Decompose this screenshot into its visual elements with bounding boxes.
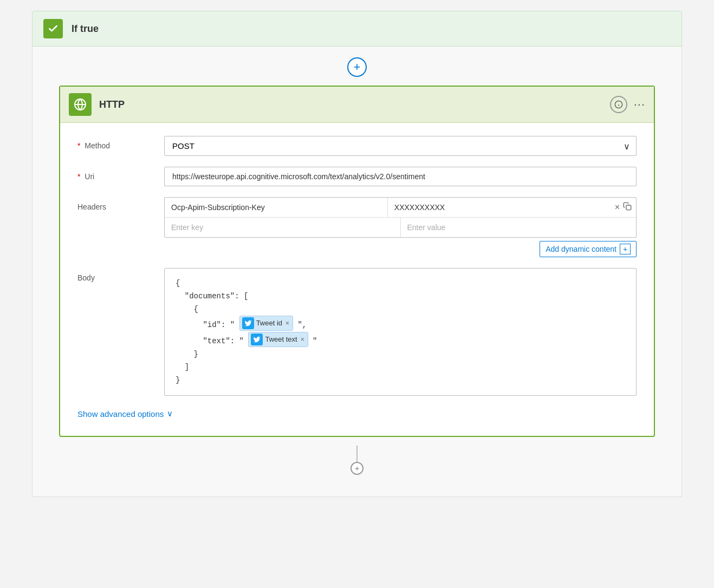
uri-label: * Uri: [77, 167, 164, 181]
method-required-star: *: [77, 141, 80, 150]
body-editor[interactable]: { "documents": [ { "id": ": [164, 268, 637, 396]
tweet-text-remove[interactable]: ×: [301, 334, 304, 345]
connector-circle-button[interactable]: +: [350, 462, 364, 475]
uri-required-star: *: [77, 172, 80, 181]
add-dynamic-row: Add dynamic content +: [164, 241, 637, 257]
tweet-text-suffix: ": [313, 337, 317, 345]
method-select[interactable]: POST GET PUT DELETE PATCH HEAD: [164, 136, 637, 156]
body-line-1: {: [176, 277, 625, 290]
http-card-body: * Method POST GET PUT DELETE PATCH HEAD: [60, 123, 654, 436]
header-copy-icon[interactable]: [623, 202, 632, 213]
bottom-connector: +: [350, 446, 364, 475]
body-line-4: "id": " Tweet id ×: [176, 316, 625, 332]
tweet-text-label: Tweet text: [265, 334, 297, 345]
body-line-5: "text": " Tweet text ×: [176, 332, 625, 348]
branch-area: + HTTP: [32, 47, 682, 497]
body-row: Body { "documents": [ { "id": ": [77, 268, 637, 396]
more-options-button[interactable]: ···: [634, 97, 645, 112]
svg-rect-5: [626, 205, 631, 210]
add-dynamic-label: Add dynamic content: [546, 245, 616, 253]
tweet-id-token[interactable]: Tweet id ×: [239, 316, 293, 331]
show-advanced-chevron-icon: ∨: [167, 409, 173, 419]
tweet-text-token[interactable]: Tweet text ×: [248, 332, 308, 347]
headers-table: Ocp-Apim-Subscription-Key XXXXXXXXXX ×: [164, 197, 637, 238]
header-row-1: Ocp-Apim-Subscription-Key XXXXXXXXXX ×: [165, 198, 636, 218]
connector-plus-icon: +: [355, 464, 359, 473]
body-line-6: }: [176, 348, 625, 361]
http-globe-icon: [69, 93, 92, 116]
add-step-button[interactable]: +: [347, 57, 367, 77]
http-card-header: HTTP ···: [60, 87, 654, 123]
tweet-id-twitter-icon: [242, 317, 254, 329]
method-control: POST GET PUT DELETE PATCH HEAD ∨: [164, 136, 637, 156]
headers-row: Headers Ocp-Apim-Subscription-Key XXXXXX…: [77, 197, 637, 257]
add-dynamic-plus-icon: +: [620, 244, 631, 254]
if-true-label: If true: [72, 23, 99, 35]
headers-label: Headers: [77, 197, 164, 211]
header-val-1: XXXXXXXXXX: [388, 198, 611, 217]
connector-line: [356, 446, 358, 462]
headers-control: Ocp-Apim-Subscription-Key XXXXXXXXXX ×: [164, 197, 637, 257]
uri-input[interactable]: [164, 167, 637, 186]
if-true-header: If true: [32, 11, 682, 47]
tweet-text-twitter-icon: [251, 334, 263, 345]
show-advanced-options-button[interactable]: Show advanced options ∨: [77, 409, 637, 419]
http-card-actions: ···: [610, 96, 645, 113]
method-label: * Method: [77, 136, 164, 150]
body-control: { "documents": [ { "id": ": [164, 268, 637, 396]
tweet-id-suffix: ",: [297, 321, 307, 329]
header-key-1: Ocp-Apim-Subscription-Key: [165, 198, 388, 217]
method-select-wrapper: POST GET PUT DELETE PATCH HEAD ∨: [164, 136, 637, 156]
header-key-2[interactable]: Enter key: [165, 218, 401, 237]
header-row-1-actions: ×: [611, 198, 636, 217]
add-step-icon: +: [354, 60, 361, 74]
method-row: * Method POST GET PUT DELETE PATCH HEAD: [77, 136, 637, 156]
body-line-8: }: [176, 374, 625, 387]
body-label: Body: [77, 268, 164, 282]
body-line-7: ]: [176, 361, 625, 374]
tweet-id-remove[interactable]: ×: [285, 318, 289, 329]
http-card-title: HTTP: [99, 99, 610, 110]
if-true-check-icon: [43, 19, 63, 38]
http-card: HTTP ··· *: [59, 86, 655, 437]
add-dynamic-content-button[interactable]: Add dynamic content +: [540, 241, 637, 257]
header-delete-icon[interactable]: ×: [615, 202, 620, 212]
body-line-3: {: [176, 303, 625, 316]
body-line-2: "documents": [: [176, 290, 625, 303]
uri-row: * Uri: [77, 167, 637, 186]
info-button[interactable]: [610, 96, 627, 113]
uri-control: [164, 167, 637, 186]
tweet-id-label: Tweet id: [256, 317, 282, 329]
header-val-2[interactable]: Enter value: [401, 218, 637, 237]
show-advanced-label: Show advanced options: [77, 409, 164, 419]
header-row-2: Enter key Enter value: [165, 218, 636, 237]
